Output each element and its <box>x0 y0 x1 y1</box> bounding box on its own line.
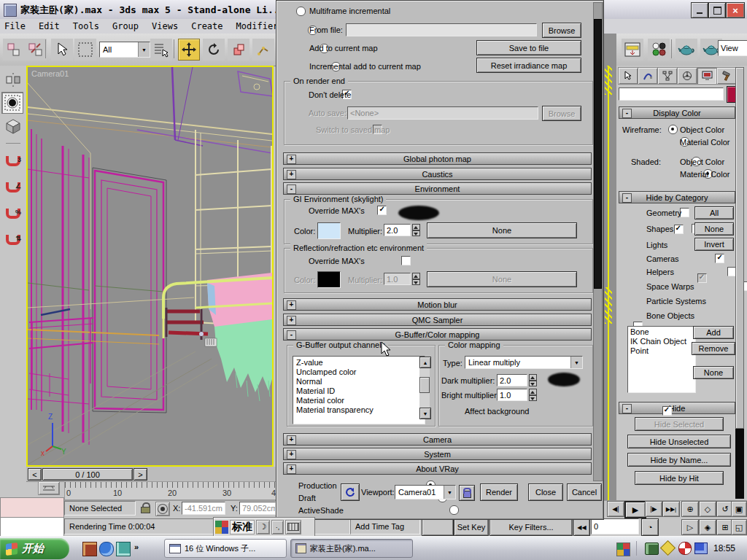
viewport-select-dropdown[interactable]: Camera01 ▼ <box>395 485 456 499</box>
dark-multiplier-field[interactable]: 2.0 <box>497 374 527 386</box>
dark-multiplier-spinner[interactable] <box>529 374 537 386</box>
scrollbar-thumb[interactable] <box>419 377 430 393</box>
gi-color-swatch[interactable] <box>317 222 341 239</box>
category-none2-button[interactable]: None <box>693 366 734 379</box>
category-invert-button[interactable]: Invert <box>694 238 734 251</box>
close-dialog-button[interactable]: Close <box>528 483 563 501</box>
rollout-about-vray[interactable]: +About VRay <box>283 462 592 475</box>
minimize-button[interactable] <box>691 2 708 18</box>
render-button[interactable]: Render <box>480 483 518 501</box>
rollout-motion-blur[interactable]: +Motion blur <box>283 298 592 311</box>
bright-multiplier-field[interactable]: 1.0 <box>497 389 527 401</box>
quick-launch-app2-icon[interactable] <box>116 542 131 556</box>
category-none-button[interactable]: None <box>694 222 734 236</box>
category-all-button[interactable]: All <box>694 206 734 219</box>
select-and-move-icon[interactable] <box>178 39 200 61</box>
category-add-button[interactable]: Add <box>693 326 734 339</box>
key-filters-button[interactable]: Key Filters... <box>489 518 573 536</box>
angle-snap-icon[interactable]: ∠ <box>6 182 22 195</box>
add-time-tag[interactable]: Add Time Tag <box>350 518 420 534</box>
time-slider-prev-button[interactable]: < <box>28 468 42 481</box>
rollout-environment[interactable]: -Environment <box>283 182 592 195</box>
object-name-field[interactable] <box>619 88 724 101</box>
refl-map-enable-checkbox[interactable] <box>697 273 707 283</box>
auto-save-field[interactable]: <None> <box>347 106 538 120</box>
snap-toggle-icon[interactable] <box>1 92 23 114</box>
chevron-down-icon[interactable]: ▼ <box>444 486 455 499</box>
ime-bar[interactable]: 标准 ☽ ·, <box>213 517 315 537</box>
from-file-browse-button[interactable]: Browse <box>542 23 581 38</box>
type-dropdown[interactable]: Linear multiply ▼ <box>465 356 583 369</box>
ik-toggle-icon[interactable] <box>252 39 274 61</box>
channels-scrollbar[interactable]: ▲ ▼ <box>419 357 430 419</box>
ime-fullwidth-icon[interactable]: ☽ <box>256 520 270 534</box>
go-to-start-button[interactable]: ◀◀ <box>573 518 590 536</box>
rollout-camera[interactable]: +Camera <box>283 433 592 446</box>
reset-irradiance-map-button[interactable]: Reset irradiance map <box>476 58 581 73</box>
time-configuration-icon[interactable]: ◔ <box>641 518 659 536</box>
refl-override-checkbox[interactable] <box>401 256 411 265</box>
go-to-end-button[interactable]: ▶▶| <box>662 501 680 517</box>
gi-map-button[interactable]: None <box>427 222 577 238</box>
zoom-extents-icon[interactable]: ◇ <box>699 501 716 517</box>
channel-item[interactable]: Unclamped color <box>296 368 422 377</box>
task-button-3dsmax[interactable]: 家装主卧(家).ma... <box>290 539 413 558</box>
cube-snap-icon[interactable] <box>2 115 24 137</box>
tab-modify[interactable] <box>638 67 658 85</box>
tab-motion[interactable] <box>677 67 697 85</box>
gbuffer-channels-list[interactable]: Z-value Unclamped color Normal Material … <box>293 356 425 424</box>
select-object-icon[interactable] <box>51 39 73 61</box>
auto-save-browse-button[interactable]: Browse <box>542 106 581 121</box>
task-button-windows16[interactable]: 16 位 Windows 子... <box>164 539 287 558</box>
ime-mode-label[interactable]: 标准 <box>230 520 255 534</box>
percent-snap-icon[interactable]: % <box>6 209 22 222</box>
chevron-down-icon[interactable]: ▼ <box>570 357 582 368</box>
pan-hand-icon[interactable]: ◈ <box>699 519 716 535</box>
multiframe-incremental-radio[interactable] <box>296 7 306 16</box>
hide-by-hit-button[interactable]: Hide by Hit <box>635 471 724 485</box>
menu-file[interactable]: File <box>4 21 26 31</box>
selection-region-icon[interactable] <box>74 39 96 61</box>
current-frame-field[interactable]: 0 <box>591 518 639 534</box>
scroll-down-icon[interactable]: ▼ <box>419 408 431 419</box>
track-view-icon[interactable] <box>622 39 643 61</box>
menu-views[interactable]: Views <box>152 21 178 31</box>
from-file-field[interactable] <box>346 23 537 36</box>
refl-multiplier-field[interactable]: 1.0 <box>384 273 411 285</box>
x-coordinate-field[interactable]: -41.591cm <box>182 502 225 515</box>
menu-create[interactable]: Create <box>191 21 222 31</box>
dialog-scrollbar-thumb[interactable] <box>594 19 602 289</box>
zoom-all-icon[interactable]: ▣ <box>731 501 747 517</box>
time-slider-next-button[interactable]: > <box>133 468 147 481</box>
y-coordinate-field[interactable]: 79.052cm <box>239 502 276 515</box>
panel-scrollbar-thumb[interactable] <box>735 67 744 429</box>
timeline-ruler[interactable]: 0 10 20 30 4 <box>64 481 277 500</box>
rollout-qmc-sampler[interactable]: +QMC Sampler <box>283 314 592 326</box>
tab-hierarchy[interactable] <box>657 67 678 85</box>
channel-item[interactable]: Material ID <box>296 386 422 396</box>
tray-ime-icon[interactable] <box>616 542 630 556</box>
hide-by-name-button[interactable]: Hide by Name... <box>627 453 731 467</box>
category-list[interactable]: Bone IK Chain Object Point <box>627 326 696 393</box>
render-type-view-button[interactable]: View <box>718 40 747 56</box>
chevron-down-icon[interactable]: ▼ <box>138 42 150 57</box>
affect-background-checkbox[interactable] <box>662 406 672 416</box>
rollout-display-color[interactable]: - Display Color <box>619 106 735 119</box>
ime-punctuation-icon[interactable]: ·, <box>271 520 284 534</box>
material-editor-icon[interactable] <box>648 39 670 61</box>
wireframe-object-color-radio[interactable] <box>668 125 678 134</box>
tray-camera-icon[interactable] <box>645 542 659 555</box>
refl-map-button[interactable]: None <box>427 271 577 287</box>
category-cameras-checkbox[interactable] <box>715 254 724 263</box>
list-item[interactable]: IK Chain Object <box>630 337 693 346</box>
tray-pinwheel-icon[interactable] <box>678 542 692 555</box>
panel-scrollbar[interactable] <box>735 67 744 499</box>
channel-item[interactable]: Material color <box>296 396 422 405</box>
tray-network-icon[interactable] <box>694 542 708 554</box>
menu-tools[interactable]: Tools <box>73 21 99 31</box>
select-and-link-icon[interactable] <box>3 39 25 61</box>
viewport-lock-icon[interactable] <box>459 485 475 501</box>
viewport-label[interactable]: Camera01 <box>31 69 69 78</box>
tab-create[interactable] <box>618 67 638 85</box>
category-remove-button[interactable]: Remove <box>692 342 735 355</box>
